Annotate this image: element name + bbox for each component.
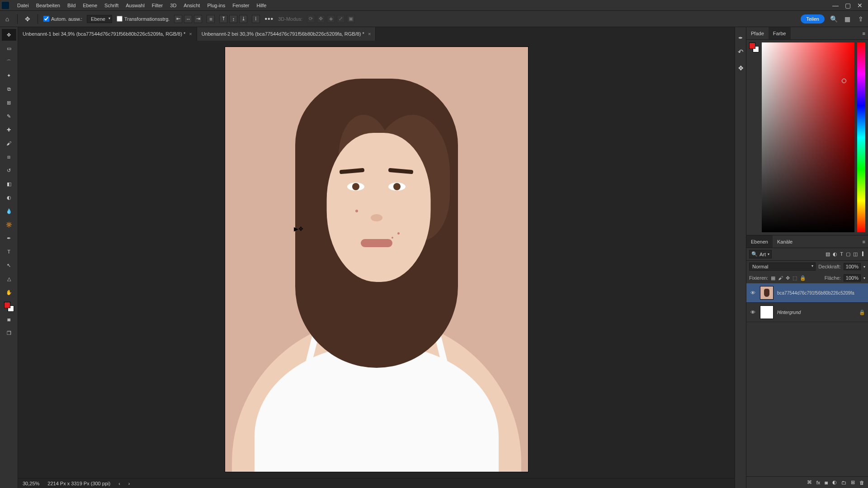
transform-controls-input[interactable] [117,16,123,22]
filter-adjust-icon[interactable]: ◐ [833,251,837,257]
canvas-viewport[interactable]: ▶✥ [18,41,735,478]
menu-select[interactable]: Auswahl [122,1,148,10]
lock-position-icon[interactable]: ✥ [786,275,790,281]
layer-effects-icon[interactable]: fx [816,480,821,485]
align-vcenter-icon[interactable]: ↕ [229,15,237,23]
menu-edit[interactable]: Bearbeiten [33,1,64,10]
document-tab-1[interactable]: Unbenannt-1 bei 34,9% (bca77544d76c791f5… [18,27,197,41]
filter-smart-icon[interactable]: ◫ [853,251,858,257]
fill-value[interactable]: 100% [844,274,861,282]
layers-tab[interactable]: Ebenen [746,235,773,248]
visibility-toggle-icon[interactable]: 👁 [749,310,756,315]
lock-transparency-icon[interactable]: ▦ [771,275,775,281]
workspace-icon[interactable]: ▦ [843,15,852,23]
menu-help[interactable]: Hilfe [253,1,270,10]
new-layer-icon[interactable]: ⊞ [851,479,855,485]
pen-tool[interactable]: ✒ [2,232,16,244]
group-layers-icon[interactable]: 🗀 [841,480,846,485]
layer-name[interactable]: Hintergrund [777,310,855,315]
menu-window[interactable]: Fenster [229,1,253,10]
color-tab[interactable]: Farbe [769,27,791,39]
lock-all-icon[interactable]: 🔒 [800,275,806,281]
status-nav-right-icon[interactable]: › [128,481,130,486]
canvas[interactable]: ▶✥ [225,47,528,472]
adjustment-layer-icon[interactable]: ◐ [832,479,837,485]
clone-stamp-tool[interactable]: ⧇ [2,151,16,163]
align-hcenter-icon[interactable]: ↔ [184,15,192,23]
menu-layer[interactable]: Ebene [79,1,101,10]
minimize-button[interactable]: — [832,2,839,9]
panel-fg-swatch[interactable] [749,42,755,49]
screen-mode-tool[interactable]: ❐ [2,327,16,339]
menu-image[interactable]: Bild [64,1,79,10]
layer-name[interactable]: bca77544d76c791f56b80b226c5209fa [777,291,865,296]
saturation-value-picker[interactable] [762,42,854,232]
color-swatches[interactable] [4,302,14,312]
gradient-tool[interactable]: ◐ [2,192,16,203]
blur-tool[interactable]: 💧 [2,205,16,217]
color-panel-swatches[interactable] [749,42,759,52]
lock-icon[interactable]: 🔒 [859,310,865,315]
lock-pixels-icon[interactable]: 🖌 [778,275,783,281]
type-tool[interactable]: T [2,246,16,258]
menu-3d[interactable]: 3D [166,1,180,10]
dodge-tool[interactable]: 🔆 [2,219,16,230]
shape-tool[interactable]: △ [2,273,16,285]
channels-tab[interactable]: Kanäle [773,235,797,248]
zoom-level[interactable]: 30,25% [23,481,39,486]
eyedropper-tool[interactable]: ✎ [2,110,16,122]
paths-tab[interactable]: Pfade [746,27,769,39]
export-icon[interactable]: ⇪ [856,15,865,23]
quick-mask-tool[interactable]: ◙ [2,314,16,325]
menu-view[interactable]: Ansicht [180,1,203,10]
lasso-tool[interactable]: ⌒ [2,56,16,68]
menu-plugins[interactable]: Plug-ins [203,1,229,10]
filter-pixel-icon[interactable]: ▧ [826,251,830,257]
share-button[interactable]: Teilen [801,14,825,23]
menu-file[interactable]: Datei [14,1,33,10]
auto-select-target[interactable]: Ebene [87,15,112,23]
auto-select-checkbox[interactable]: Autom. ausw.: [43,16,82,22]
layer-thumbnail[interactable] [760,305,774,319]
align-left-icon[interactable]: ⇤ [174,15,182,23]
filter-shape-icon[interactable]: ▢ [846,251,850,257]
filter-type-icon[interactable]: T [840,251,843,257]
opacity-value[interactable]: 100% [844,263,861,270]
layer-row[interactable]: 👁 bca77544d76c791f56b80b226c5209fa [746,283,868,303]
healing-brush-tool[interactable]: ✚ [2,124,16,136]
menu-type[interactable]: Schrift [101,1,122,10]
align-top-icon[interactable]: ⤒ [219,15,227,23]
path-select-tool[interactable]: ↖ [2,259,16,271]
move-tool[interactable]: ✥ [2,29,16,41]
close-tab-icon[interactable]: × [189,31,192,37]
home-icon[interactable]: ⌂ [3,14,12,23]
distribute-h-icon[interactable]: ≡ [207,15,215,23]
link-layers-icon[interactable]: ⌘ [807,479,812,485]
align-more-icon[interactable]: ••• [264,15,274,23]
move-tool-icon[interactable]: ✥ [23,14,32,23]
maximize-button[interactable]: ▢ [845,2,851,9]
color-picker-handle[interactable] [842,79,846,83]
properties-panel-icon[interactable]: ❖ [738,64,744,72]
align-right-icon[interactable]: ⇥ [194,15,202,23]
search-icon[interactable]: 🔍 [829,15,838,23]
eraser-tool[interactable]: ◧ [2,178,16,190]
foreground-color-swatch[interactable] [4,302,10,308]
document-tab-2[interactable]: Unbenannt-2 bei 30,3% (bca77544d76c791f5… [197,27,376,41]
menu-filter[interactable]: Filter [148,1,166,10]
align-bottom-icon[interactable]: ⤓ [239,15,247,23]
close-button[interactable]: ✕ [857,2,863,9]
magic-wand-tool[interactable]: ✦ [2,70,16,81]
delete-layer-icon[interactable]: 🗑 [859,480,864,485]
brush-tool[interactable]: 🖌 [2,137,16,149]
blend-mode-select[interactable]: Normal [749,263,816,271]
hand-tool[interactable]: ✋ [2,286,16,298]
auto-select-input[interactable] [43,16,49,22]
hue-slider[interactable] [857,42,865,232]
collapse-arrow-icon[interactable]: ◂▸ [738,35,743,40]
status-nav-left-icon[interactable]: ‹ [118,481,120,486]
layer-filter-select[interactable]: 🔍 Art ▾ [749,250,772,258]
filter-toggle-icon[interactable]: ⏽ [860,251,865,257]
close-tab-icon[interactable]: × [368,31,371,37]
visibility-toggle-icon[interactable]: 👁 [749,290,756,296]
